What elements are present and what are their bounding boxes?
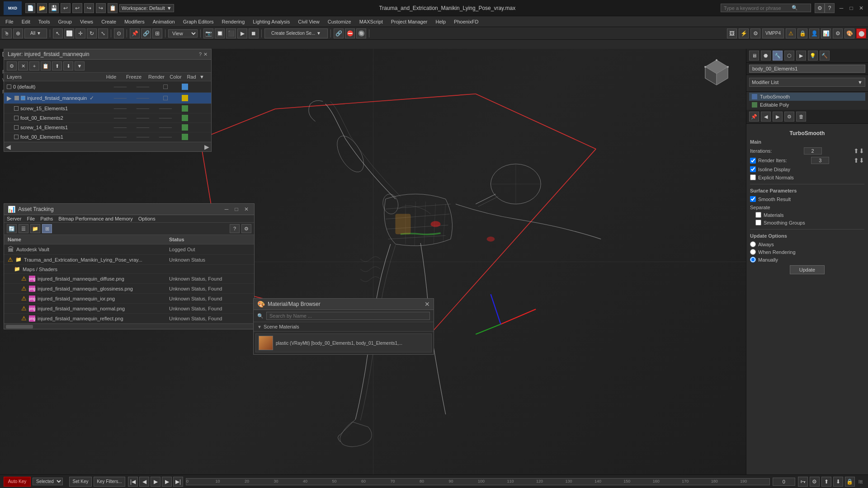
menu-tools[interactable]: Tools	[35, 18, 54, 25]
layers-help-btn[interactable]: ?	[199, 52, 202, 57]
mb-close-btn[interactable]: ✕	[425, 300, 430, 308]
extra1-btn[interactable]: 🔒	[797, 28, 807, 38]
render-btn[interactable]: 🔲	[215, 28, 225, 38]
tl-mode2-btn[interactable]: ⬇	[833, 477, 843, 487]
back-icon[interactable]: ◀	[761, 112, 771, 122]
asset-settings-btn[interactable]: ⚙	[241, 224, 251, 233]
play-btn-tl[interactable]: ▶	[151, 477, 160, 487]
layer-row-foot1[interactable]: foot_00_Elements1 ──── ──── ────	[4, 132, 211, 142]
render-iters-value[interactable]: 3	[811, 157, 829, 164]
menu-views[interactable]: Views	[76, 18, 97, 25]
lt-down-btn[interactable]: ⬇	[63, 61, 73, 70]
rp-modify-icon[interactable]: 🔧	[773, 51, 783, 61]
menu-modifiers[interactable]: Modifiers	[121, 18, 148, 25]
snap2-btn[interactable]: 🔗	[141, 28, 151, 38]
materials-checkbox[interactable]: Materials	[755, 212, 864, 218]
auto-key-dropdown[interactable]: Selected	[33, 478, 63, 485]
render2-btn[interactable]: ⬛	[226, 28, 236, 38]
camera-btn[interactable]: 📷	[203, 28, 213, 38]
bind-btn[interactable]: 🔘	[356, 28, 366, 38]
menu-project-manager[interactable]: Project Manager	[387, 18, 431, 25]
menu-maxscript[interactable]: MAXScript	[356, 18, 387, 25]
menu-graph-editors[interactable]: Graph Editors	[179, 18, 217, 25]
asset-row-glossiness[interactable]: ⚠ png injured_firstaid_mannequin_glossin…	[4, 284, 254, 294]
asset-minimize-btn[interactable]: ─	[222, 206, 231, 213]
explicit-normals-checkbox[interactable]: Explicit Normals	[750, 174, 864, 180]
lt-add-btn[interactable]: +	[29, 61, 39, 70]
layer-row-screw14[interactable]: screw_14_Elements1 ──── ──── ────	[4, 123, 211, 132]
menu-help[interactable]: Help	[432, 18, 449, 25]
asset-folder-btn[interactable]: 📁	[30, 224, 40, 233]
search-input[interactable]	[724, 5, 792, 11]
menu-rendering[interactable]: Rendering	[218, 18, 249, 25]
asset-refresh-btn[interactable]: 🔄	[7, 224, 17, 233]
asset-menu-server[interactable]: Server	[7, 216, 21, 221]
render-prod-btn[interactable]: ⚡	[739, 28, 749, 38]
mb-expand-icon[interactable]: ▼	[257, 324, 262, 329]
menu-group[interactable]: Group	[54, 18, 75, 25]
open-file-btn[interactable]: 📂	[37, 3, 47, 13]
layers-scroll-right[interactable]: ▶	[204, 143, 209, 150]
select2-btn[interactable]: ⊕	[13, 28, 23, 38]
radio-always[interactable]: Always	[750, 241, 864, 247]
asset-row-normal[interactable]: ⚠ png injured_firstaid_mannequin_normal.…	[4, 304, 254, 314]
asset-list-btn[interactable]: ☰	[19, 224, 28, 233]
menu-animation[interactable]: Animation	[149, 18, 179, 25]
go-start-btn[interactable]: |◀	[128, 477, 138, 487]
menu-phoenixfd[interactable]: PhoenixFD	[450, 18, 482, 25]
mb-plastic-material[interactable]: plastic (VRayMtl) [body_00_Elements1, bo…	[255, 333, 432, 352]
move-btn[interactable]: ✛	[75, 28, 85, 38]
close-btn[interactable]: ✕	[858, 5, 864, 11]
minimize-btn[interactable]: ─	[838, 5, 844, 11]
radio-manually[interactable]: Manually	[750, 257, 864, 263]
key-icon-btn[interactable]: 🗝	[798, 477, 808, 487]
render-iters-spinner[interactable]: ⬆⬇	[854, 157, 864, 164]
asset-row-diffuse[interactable]: ⚠ png injured_firstaid_mannequin_diffuse…	[4, 274, 254, 284]
menu-lighting-analysis[interactable]: Lighting Analysis	[249, 18, 293, 25]
editable-poly-modifier[interactable]: Editable Poly	[749, 101, 865, 109]
iterations-spinner[interactable]: ⬆⬇	[854, 147, 864, 155]
redo-btn[interactable]: ↪	[84, 3, 94, 13]
asset-menu-paths[interactable]: Paths	[40, 216, 53, 221]
menu-customize[interactable]: Customize	[324, 18, 355, 25]
unlink-btn[interactable]: ⛔	[345, 28, 355, 38]
play-btn[interactable]: ▶	[237, 28, 247, 38]
layers-close-btn[interactable]: ✕	[203, 52, 208, 57]
update-button[interactable]: Update	[790, 265, 825, 274]
layer-row-mannequin[interactable]: ▶ injured_firstaid_mannequin ✓ ──── ────…	[4, 93, 211, 104]
asset-row-reflect[interactable]: ⚠ png injured_firstaid_mannequin_reflect…	[4, 314, 254, 324]
delete-mod-icon[interactable]: 🗑	[796, 112, 806, 122]
isoline-display-checkbox[interactable]: Isoline Display	[750, 166, 864, 172]
asset-row-maps-folder[interactable]: 📁 Maps / Shaders	[4, 265, 254, 274]
rp-motion-icon[interactable]: ▶	[796, 51, 806, 61]
iterations-value[interactable]: 2	[804, 147, 822, 155]
asset-menu-bitmap[interactable]: Bitmap Performance and Memory	[58, 216, 132, 221]
lt-copy-btn[interactable]: 📋	[41, 61, 51, 70]
config-icon[interactable]: ⚙	[784, 112, 794, 122]
layers-scroll-left[interactable]: ◀	[6, 143, 11, 150]
lt-expand-btn[interactable]: ▼	[75, 61, 85, 70]
rp-create-icon[interactable]: ⬣	[761, 51, 771, 61]
rp-utility-icon[interactable]: 🔨	[820, 51, 830, 61]
menu-edit[interactable]: Edit	[18, 18, 34, 25]
key-filters-btn[interactable]: Key Filters...	[94, 477, 125, 487]
smoothing-groups-checkbox[interactable]: Smoothing Groups	[755, 220, 864, 225]
asset-scrollbar[interactable]	[4, 324, 254, 329]
undo-btn[interactable]: ↩	[61, 3, 71, 13]
help-search-btn[interactable]: ?	[825, 3, 835, 13]
asset-scrollbar-thumb[interactable]	[6, 325, 33, 328]
menu-file[interactable]: File	[2, 18, 17, 25]
lt-up-btn[interactable]: ⬆	[52, 61, 62, 70]
asset-row-max-file[interactable]: ⚠ 📁 Trauma_and_Extrication_Manikin_Lying…	[4, 255, 254, 265]
tl-lock-btn[interactable]: 🔒	[845, 477, 855, 487]
radio-when-rendering[interactable]: When Rendering	[750, 249, 864, 255]
extra5-btn[interactable]: 🎨	[844, 28, 854, 38]
snap-btn[interactable]: 📌	[130, 28, 140, 38]
select-region-btn[interactable]: ⬜	[64, 28, 74, 38]
pin-icon[interactable]: 📌	[749, 112, 759, 122]
maximize-btn[interactable]: □	[848, 5, 854, 11]
link-btn[interactable]: 🔗	[334, 28, 344, 38]
extra4-btn[interactable]: ⚙	[833, 28, 843, 38]
select-obj-btn[interactable]: ↖	[53, 28, 63, 38]
rp-light-icon[interactable]: 💡	[808, 51, 818, 61]
